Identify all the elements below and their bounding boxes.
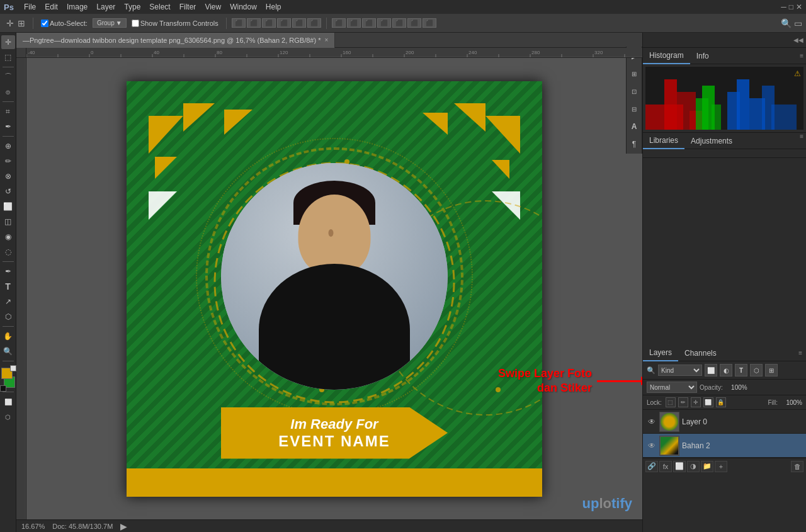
align-right[interactable]: ⬛	[307, 18, 321, 28]
healing-brush[interactable]: ⊕	[1, 139, 15, 153]
channels-tab[interactable]: Channels	[678, 345, 723, 361]
lock-artboard-btn[interactable]: ⬜	[703, 397, 713, 407]
minimize-btn[interactable]: ─	[781, 3, 786, 11]
blur-tool[interactable]: ◉	[1, 230, 15, 244]
panel-icon-para[interactable]: ¶	[627, 137, 641, 151]
canvas-viewport[interactable]: Im Ready For EVENT NAME Swipe Layer Foto…	[26, 58, 642, 519]
add-mask-btn[interactable]: ⬜	[673, 461, 686, 472]
menu-type[interactable]: Type	[120, 2, 144, 12]
workspaces-icon[interactable]: ▭	[794, 18, 802, 28]
dist-left[interactable]: ⬛	[377, 18, 391, 28]
layer-filter-smart[interactable]: ⊞	[765, 364, 778, 376]
history-brush[interactable]: ↺	[1, 184, 15, 198]
add-style-btn[interactable]: fx	[659, 461, 672, 472]
dist-top[interactable]: ⬛	[332, 18, 346, 28]
histogram-tab[interactable]: Histogram	[643, 48, 690, 64]
libraries-collapse-btn[interactable]: ≡	[797, 133, 806, 149]
histogram-collapse-btn[interactable]: ≡	[797, 52, 806, 59]
panel-icon-a[interactable]: A	[627, 120, 641, 133]
lasso-tool[interactable]: ⌒	[1, 70, 15, 84]
quick-mask-btn[interactable]: ⬜	[1, 395, 15, 409]
align-center-v[interactable]: ⬛	[292, 18, 306, 28]
hand-tool[interactable]: ✋	[1, 329, 15, 343]
screen-mode-btn[interactable]: ⬡	[1, 410, 15, 424]
zoom-tool[interactable]: 🔍	[1, 344, 15, 358]
collapse-panels-btn[interactable]: ◀◀	[793, 37, 803, 43]
info-tab[interactable]: Info	[690, 48, 715, 64]
close-btn[interactable]: ✕	[796, 3, 802, 11]
blend-mode-dropdown[interactable]: Normal	[647, 382, 697, 393]
new-adjustment-btn[interactable]: ◑	[687, 461, 700, 472]
dist-extra[interactable]: ⬛	[423, 18, 436, 28]
move-tool[interactable]: ✛	[1, 35, 15, 49]
layer-filter-type[interactable]: T	[735, 364, 747, 376]
dist-h[interactable]: ⬛	[347, 18, 361, 28]
menu-select[interactable]: Select	[145, 2, 174, 12]
panel-icon-3[interactable]: ⊟	[627, 102, 641, 116]
lock-position-btn[interactable]: ✛	[691, 397, 701, 407]
path-select-tool[interactable]: ↗	[1, 295, 15, 308]
annotation-container: Swipe Layer Fotodan Stiker	[498, 366, 642, 396]
dist-bottom[interactable]: ⬛	[362, 18, 376, 28]
eyedropper-tool[interactable]: ✒	[1, 120, 15, 133]
layer-kind-dropdown[interactable]: Kind	[658, 365, 702, 376]
link-layers-btn[interactable]: 🔗	[645, 461, 658, 472]
menu-view[interactable]: View	[201, 2, 225, 12]
panel-icon-1[interactable]: ⊞	[627, 67, 641, 81]
lock-all-btn[interactable]: 🔒	[716, 397, 726, 407]
tab-close-btn[interactable]: ×	[324, 37, 328, 43]
dist-right[interactable]: ⬛	[407, 18, 421, 28]
align-left[interactable]: ⬛	[277, 18, 291, 28]
menu-file[interactable]: File	[20, 2, 40, 12]
menu-edit[interactable]: Edit	[41, 2, 62, 12]
layers-collapse-btn[interactable]: ≡	[795, 349, 806, 356]
menu-window[interactable]: Window	[226, 2, 261, 12]
align-middle-h[interactable]: ⬛	[247, 18, 261, 28]
maximize-btn[interactable]: □	[789, 3, 793, 11]
status-arrow-btn[interactable]: ▶	[120, 521, 127, 531]
profile-photo-circle	[221, 163, 448, 390]
dodge-tool[interactable]: ◌	[1, 245, 15, 259]
menu-image[interactable]: Image	[63, 2, 91, 12]
menu-bar: Ps File Edit Image Layer Type Select Fil…	[0, 0, 806, 14]
tab-title: —Pngtree—download twibbon design templat…	[23, 37, 321, 44]
lock-transparent-btn[interactable]: ⬚	[666, 397, 676, 407]
menu-filter[interactable]: Filter	[176, 2, 200, 12]
layer-item-0[interactable]: 👁 Layer 0	[643, 410, 806, 434]
pen-tool[interactable]: ✒	[1, 264, 15, 278]
libraries-tab[interactable]: Libraries	[643, 133, 684, 149]
layer-filter-adj[interactable]: ◐	[720, 364, 732, 376]
layer-filter-pixel[interactable]: ⬜	[705, 364, 717, 376]
align-top[interactable]: ⬛	[232, 18, 246, 28]
banner-text-1: Im Ready For	[290, 416, 378, 433]
quick-select-tool[interactable]: ⌾	[1, 85, 15, 99]
layer-item-bahan2[interactable]: 👁 Bahan 2	[643, 434, 806, 458]
layer-0-visibility[interactable]: 👁	[647, 417, 657, 427]
show-transform-checkbox[interactable]	[132, 20, 139, 27]
layer-filter-shape[interactable]: ⬡	[750, 364, 763, 376]
clone-tool[interactable]: ⊗	[1, 169, 15, 183]
align-bottom[interactable]: ⬛	[262, 18, 276, 28]
adjustments-tab[interactable]: Adjustments	[684, 133, 739, 149]
crop-tool[interactable]: ⌗	[1, 105, 15, 118]
brush-tool[interactable]: ✏	[1, 154, 15, 168]
delete-layer-btn[interactable]: 🗑	[791, 461, 803, 472]
dist-v[interactable]: ⬛	[392, 18, 406, 28]
group-dropdown[interactable]: Group▼	[93, 18, 127, 28]
type-tool[interactable]: T	[1, 280, 15, 293]
eraser-tool[interactable]: ⬜	[1, 200, 15, 213]
menu-layer[interactable]: Layer	[93, 2, 119, 12]
search-icon[interactable]: 🔍	[781, 18, 792, 28]
new-group-btn[interactable]: 📁	[701, 461, 713, 472]
new-layer-btn[interactable]: +	[715, 461, 727, 472]
auto-select-checkbox[interactable]	[41, 20, 48, 27]
marquee-tool[interactable]: ⬚	[1, 50, 15, 64]
layer-bahan2-visibility[interactable]: 👁	[647, 441, 657, 451]
shape-tool[interactable]: ⬡	[1, 310, 15, 324]
active-tab[interactable]: —Pngtree—download twibbon design templat…	[16, 33, 335, 48]
menu-help[interactable]: Help	[262, 2, 285, 12]
gradient-tool[interactable]: ◫	[1, 215, 15, 229]
panel-icon-2[interactable]: ⊡	[627, 84, 641, 98]
layers-tab[interactable]: Layers	[643, 345, 678, 361]
lock-image-btn[interactable]: ✏	[678, 397, 688, 407]
